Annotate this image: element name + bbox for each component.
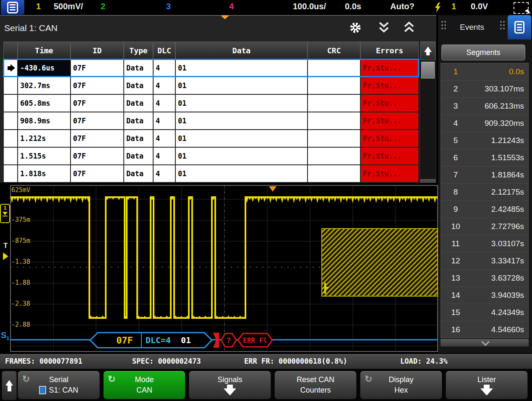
segment-time: 3.03107s <box>470 239 528 248</box>
row-marker <box>3 147 18 165</box>
table-row[interactable]: 1.212s 07F Data 4 01 Fr,Stu... <box>3 130 419 147</box>
lister-settings-button[interactable] <box>349 21 362 34</box>
segment-time: 303.107ms <box>470 84 528 94</box>
channel-3-number[interactable]: 3 <box>166 2 171 11</box>
scrollbar-thumb[interactable] <box>421 62 435 78</box>
main-menu-button[interactable] <box>1 0 24 15</box>
softkey-bar: ↻ Serial S1: CAN ↻ Mode CAN Signals Rese… <box>0 369 532 401</box>
softkey-display[interactable]: ↻ Display Hex <box>360 371 442 399</box>
segment-index: 7 <box>441 170 470 180</box>
segment-row[interactable]: 11 3.03107s <box>441 235 528 253</box>
column-header-dlc: DLC <box>153 42 175 59</box>
table-row[interactable]: 1.818s 07F Data 4 01 Fr,Stu... <box>3 165 419 182</box>
cell-time: 1.515s <box>18 147 70 165</box>
ground-arrow-icon <box>3 212 8 215</box>
segment-time: 909.320ms <box>470 119 528 128</box>
trigger-source[interactable]: 1 <box>451 2 456 11</box>
softkey-lister[interactable]: Lister <box>446 371 528 399</box>
table-row[interactable]: 908.9ms 07F Data 4 01 Fr,Stu... <box>3 112 419 130</box>
softkey-serial[interactable]: ↻ Serial S1: CAN <box>18 371 100 399</box>
table-row[interactable]: 605.8ms 07F Data 4 01 Fr,Stu... <box>3 94 419 112</box>
back-button[interactable] <box>2 371 17 400</box>
cell-id: 07F <box>70 77 124 94</box>
cell-data: 01 <box>175 94 308 112</box>
segment-row[interactable]: 2 303.107ms <box>441 81 528 98</box>
cell-errors: Fr,Stu... <box>360 112 419 130</box>
segment-time: 1.21243s <box>470 136 528 145</box>
segment-index: 9 <box>441 205 470 214</box>
cell-dlc: 4 <box>153 147 175 165</box>
cell-data: 01 <box>175 77 308 94</box>
lister-expand-button[interactable] <box>403 21 415 34</box>
region-select-icon[interactable] <box>514 2 529 14</box>
panel-grip-right-icon[interactable] <box>500 21 502 23</box>
segment-row[interactable]: 15 4.24349s <box>441 304 528 321</box>
segment-row[interactable]: 14 3.94039s <box>441 287 528 304</box>
segments-button[interactable]: Segments <box>441 44 525 60</box>
cell-data: 01 <box>175 147 308 165</box>
channel-1-ground-marker[interactable]: 1 <box>0 204 10 223</box>
trigger-level-label: T <box>3 242 8 250</box>
softkey-signals[interactable]: Signals <box>189 371 271 399</box>
segment-index: 16 <box>441 325 470 334</box>
trigger-mode[interactable]: Auto? <box>390 2 415 11</box>
svg-text:-2.38: -2.38 <box>11 300 30 307</box>
row-marker <box>3 59 18 77</box>
segment-row[interactable]: 13 3.63728s <box>441 270 528 287</box>
panel-grip-left-icon[interactable] <box>441 21 443 23</box>
scroll-up-button[interactable] <box>420 42 436 60</box>
segment-row[interactable]: 16 4.54660s <box>441 321 528 338</box>
segment-index: 2 <box>441 84 470 94</box>
row-marker <box>3 112 18 130</box>
softkey-reset-can-counters[interactable]: Reset CAN Counters <box>274 371 357 399</box>
cell-type: Data <box>124 59 153 77</box>
segment-row[interactable]: 1 0.0s <box>441 63 528 81</box>
cell-crc <box>308 94 360 112</box>
column-header-marker <box>3 42 18 59</box>
segment-index: 8 <box>441 187 470 197</box>
segment-row[interactable]: 6 1.51553s <box>441 149 528 167</box>
segment-row[interactable]: 10 2.72796s <box>441 218 528 235</box>
segment-row[interactable]: 12 3.33417s <box>441 253 528 270</box>
timebase-value[interactable]: 100.0us/ <box>293 2 326 11</box>
events-panel-tab[interactable] <box>508 15 531 39</box>
channel-1-scale[interactable]: 500mV/ <box>54 2 83 11</box>
serial-bus-label[interactable]: S1 <box>1 331 10 341</box>
lister-collapse-button[interactable] <box>378 21 390 34</box>
cell-time: 605.8ms <box>18 94 70 112</box>
segment-time: 0.0s <box>470 67 528 76</box>
error-frames-counter: ERR FR: 0000000618(0.8%) <box>244 357 347 365</box>
table-row[interactable]: 302.7ms 07F Data 4 01 Fr,Stu... <box>3 77 419 94</box>
segment-index: 6 <box>441 153 470 162</box>
channel-4-number[interactable]: 4 <box>229 2 234 11</box>
segment-row[interactable]: 4 909.320ms <box>441 115 528 132</box>
segment-index: 12 <box>441 256 470 266</box>
table-row[interactable]: -430.6us 07F Data 4 01 Fr,Stu... <box>3 59 419 77</box>
cell-errors: Fr,Stu... <box>360 147 419 165</box>
lister-scrollbar[interactable] <box>420 42 436 198</box>
cell-dlc: 4 <box>153 59 175 77</box>
trigger-level-marker[interactable] <box>3 253 8 260</box>
segment-row[interactable]: 9 2.42485s <box>441 201 528 218</box>
segment-time: 4.24349s <box>470 308 528 317</box>
segment-row[interactable]: 3 606.213ms <box>441 98 528 115</box>
cell-errors: Fr,Stu... <box>360 77 419 94</box>
cell-data: 01 <box>175 130 308 147</box>
cell-data: 01 <box>175 112 308 130</box>
softkey-mode[interactable]: ↻ Mode CAN <box>103 371 185 399</box>
segment-row[interactable]: 8 2.12175s <box>441 184 528 201</box>
segments-scroll-down[interactable] <box>441 339 529 346</box>
channel-1-number[interactable]: 1 <box>36 2 41 11</box>
delay-value[interactable]: 0.0s <box>345 2 361 11</box>
channel-2-number[interactable]: 2 <box>101 2 105 11</box>
trigger-time-marker-top[interactable] <box>221 16 229 19</box>
current-row-arrow-icon <box>6 64 15 72</box>
svg-text:625mV: 625mV <box>11 186 30 194</box>
segment-row[interactable]: 5 1.21243s <box>441 132 528 149</box>
cell-time: 302.7ms <box>18 77 70 94</box>
trigger-level[interactable]: 0.0V <box>471 2 488 11</box>
table-row[interactable]: 1.515s 07F Data 4 01 Fr,Stu... <box>3 147 419 165</box>
segment-time: 3.63728s <box>470 273 528 283</box>
segment-row[interactable]: 7 1.81864s <box>441 167 528 184</box>
cell-id: 07F <box>70 94 124 112</box>
